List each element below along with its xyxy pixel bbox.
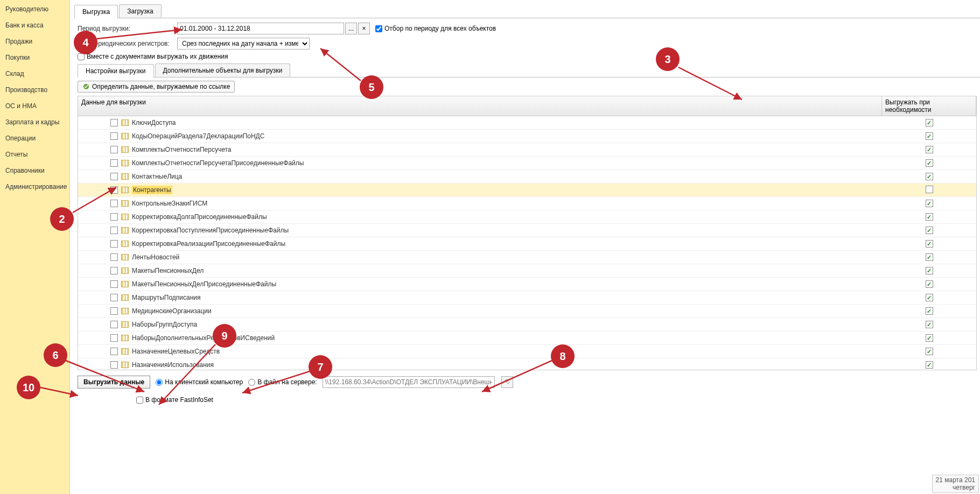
sidebar-item[interactable]: Банк и касса: [0, 17, 69, 33]
row-side-checkbox[interactable]: [926, 213, 933, 221]
sidebar-item[interactable]: Администрирование: [0, 179, 69, 195]
period-filter-checkbox[interactable]: [375, 25, 382, 32]
row-checkbox[interactable]: [110, 307, 118, 315]
sidebar-item[interactable]: Операции: [0, 130, 69, 146]
row-side-checkbox[interactable]: [926, 334, 933, 342]
row-checkbox[interactable]: [110, 334, 118, 342]
row-side-checkbox[interactable]: [926, 119, 933, 126]
row-side-checkbox[interactable]: [926, 307, 933, 315]
row-side-checkbox[interactable]: [926, 348, 933, 355]
row-checkbox[interactable]: [110, 361, 118, 369]
row-checkbox[interactable]: [110, 119, 118, 126]
table-row[interactable]: КонтактныеЛица: [78, 170, 976, 184]
sidebar-item[interactable]: Руководителю: [0, 1, 69, 17]
row-side-checkbox[interactable]: [926, 146, 933, 153]
sidebar-item[interactable]: ОС и НМА: [0, 98, 69, 114]
sidebar: РуководителюБанк и кассаПродажиПокупкиСк…: [0, 0, 70, 494]
row-checkbox[interactable]: [110, 267, 118, 274]
server-path-browse-button[interactable]: [501, 376, 513, 388]
radio-client-wrap[interactable]: На клиентский компьютер: [156, 378, 243, 386]
table-row[interactable]: НазначениеЦелевыхСредств: [78, 345, 976, 358]
row-checkbox[interactable]: [110, 213, 118, 221]
row-label: МаршрутыПодписания: [132, 294, 201, 301]
table-row[interactable]: МаршрутыПодписания: [78, 291, 976, 305]
row-side-checkbox[interactable]: [926, 159, 933, 167]
periodic-select[interactable]: Срез последних на дату начала + изменени: [177, 38, 310, 50]
row-checkbox[interactable]: [110, 146, 118, 153]
row-checkbox[interactable]: [110, 159, 118, 167]
row-checkbox[interactable]: [110, 227, 118, 234]
table-row[interactable]: КорректировкаДолгаПрисоединенныеФайлы: [78, 210, 976, 224]
export-button[interactable]: Выгрузить данные: [78, 376, 150, 389]
tab-import[interactable]: Загрузка: [119, 4, 162, 18]
row-side-checkbox[interactable]: [926, 253, 933, 261]
row-side-checkbox[interactable]: [926, 361, 933, 369]
period-ellipsis-button[interactable]: ...: [345, 23, 357, 34]
row-checkbox[interactable]: [110, 253, 118, 261]
status-date: 21 марта 201: [936, 476, 975, 484]
row-label: НазначенияИспользования: [132, 361, 214, 369]
main-panel: Выгрузка Загрузка Период выгрузки: ... ×…: [70, 0, 980, 494]
table-row[interactable]: МакетыПенсионныхДел: [78, 264, 976, 278]
row-side-checkbox[interactable]: [926, 267, 933, 274]
row-checkbox[interactable]: [110, 186, 118, 194]
table-row[interactable]: КлючиДоступа: [78, 116, 976, 130]
row-side-checkbox[interactable]: [926, 173, 933, 180]
table-row[interactable]: НазначенияИспользования: [78, 358, 976, 370]
server-path-input[interactable]: [323, 376, 495, 388]
table-row[interactable]: КорректировкаПоступленияПрисоединенныеФа…: [78, 224, 976, 237]
table-row[interactable]: НаборыДополнительныхРеквизитовИСведений: [78, 331, 976, 345]
table-row[interactable]: МакетыПенсионныхДелПрисоединенныеФайлы: [78, 278, 976, 291]
sidebar-item[interactable]: Покупки: [0, 50, 69, 66]
table-row[interactable]: ЛентыНовостей: [78, 251, 976, 264]
row-checkbox[interactable]: [110, 240, 118, 248]
row-side-checkbox[interactable]: [926, 294, 933, 301]
period-clear-button[interactable]: ×: [358, 23, 370, 34]
tab-settings[interactable]: Настройки выгрузки: [78, 64, 154, 77]
row-side-checkbox[interactable]: [926, 280, 933, 288]
table-row[interactable]: КомплектыОтчетностиПерсучетаПрисоединенн…: [78, 157, 976, 170]
fastinfoset-wrap[interactable]: В формате FastInfoSet: [136, 396, 213, 404]
row-label: КорректировкаРеализацииПрисоединенныеФай…: [132, 240, 285, 248]
sidebar-item[interactable]: Отчеты: [0, 146, 69, 163]
radio-server[interactable]: [248, 379, 255, 386]
row-checkbox[interactable]: [110, 173, 118, 180]
row-side-checkbox[interactable]: [926, 200, 933, 207]
top-tabs: Выгрузка Загрузка: [74, 4, 980, 18]
table-row[interactable]: Контрагенты: [78, 184, 976, 197]
sidebar-item[interactable]: Склад: [0, 66, 69, 82]
row-checkbox[interactable]: [110, 321, 118, 328]
tab-additional[interactable]: Дополнительные объекты для выгрузки: [155, 63, 291, 77]
radio-server-wrap[interactable]: В файл на сервере:: [248, 378, 317, 386]
row-side-checkbox[interactable]: [926, 132, 933, 140]
row-checkbox[interactable]: [110, 132, 118, 140]
sidebar-item[interactable]: Производство: [0, 82, 69, 98]
with-docs-checkbox-wrap[interactable]: Вместе с документами выгружать их движен…: [78, 53, 228, 60]
sidebar-item[interactable]: Продажи: [0, 33, 69, 50]
row-side-checkbox[interactable]: [926, 321, 933, 328]
tab-export[interactable]: Выгрузка: [74, 5, 118, 18]
sidebar-item[interactable]: Зарплата и кадры: [0, 114, 69, 130]
table-row[interactable]: НаборыГруппДоступа: [78, 318, 976, 331]
row-checkbox[interactable]: [110, 294, 118, 301]
define-data-button[interactable]: Определить данные, выгружаемые по ссылке: [78, 81, 235, 93]
row-checkbox[interactable]: [110, 280, 118, 288]
table-row[interactable]: КорректировкаРеализацииПрисоединенныеФай…: [78, 237, 976, 251]
row-side-checkbox[interactable]: [926, 186, 933, 193]
table-icon: [121, 200, 129, 207]
row-side-checkbox[interactable]: [926, 227, 933, 234]
table-row[interactable]: КодыОперацийРаздела7ДекларацииПоНДС: [78, 130, 976, 143]
with-docs-checkbox[interactable]: [78, 53, 85, 60]
period-filter-checkbox-wrap[interactable]: Отбор по периоду для всех объектов: [375, 25, 496, 32]
table-icon: [121, 308, 129, 314]
period-input[interactable]: [177, 23, 344, 34]
radio-client[interactable]: [156, 379, 163, 386]
table-row[interactable]: КомплектыОтчетностиПерсучета: [78, 143, 976, 157]
table-row[interactable]: МедицинскиеОрганизации: [78, 305, 976, 318]
row-checkbox[interactable]: [110, 200, 118, 207]
sidebar-item[interactable]: Справочники: [0, 163, 69, 179]
fastinfoset-checkbox[interactable]: [136, 397, 143, 404]
table-row[interactable]: КонтрольныеЗнакиГИСМ: [78, 197, 976, 210]
row-checkbox[interactable]: [110, 348, 118, 355]
row-side-checkbox[interactable]: [926, 240, 933, 248]
